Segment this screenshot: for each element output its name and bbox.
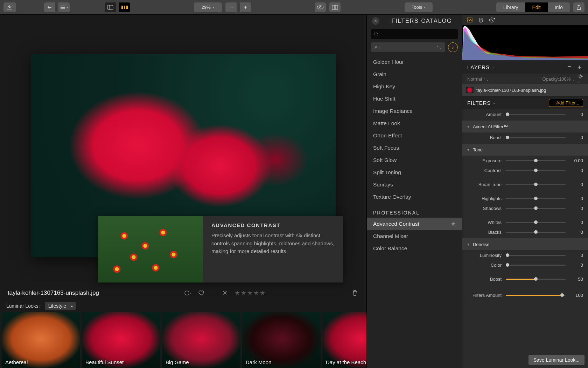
slider-whites[interactable]: Whites 0 (462, 217, 588, 227)
looks-category-dropdown[interactable]: Lifestyle (45, 302, 76, 310)
catalog-item[interactable]: Soft Focus (367, 142, 462, 154)
collapse-layer-button[interactable]: − (567, 63, 572, 71)
layer-settings-button[interactable]: ▾ (578, 74, 583, 84)
catalog-item[interactable]: Split Toning (367, 166, 462, 178)
filmstrip-toggle-button[interactable] (119, 2, 130, 12)
compare-button[interactable] (329, 2, 341, 12)
catalog-item[interactable]: Golden Hour (367, 56, 462, 68)
trash-icon (352, 290, 358, 296)
history-tab-button[interactable]: ▾ (489, 17, 495, 23)
export-button[interactable] (4, 2, 16, 12)
catalog-item[interactable]: Advanced Contrast★ (367, 218, 462, 230)
look-preset[interactable]: Beautiful Sunset (82, 312, 160, 368)
catalog-search-input[interactable] (371, 29, 458, 39)
svg-point-10 (374, 32, 378, 35)
slider-color[interactable]: Color 0 (462, 260, 588, 270)
layers-panel-header[interactable]: LAYERS⌄ −＋ (462, 60, 588, 74)
slider-track[interactable] (506, 184, 566, 185)
catalog-item[interactable]: Soft Glow (367, 154, 462, 166)
zoom-in-button[interactable]: + (240, 2, 251, 12)
slider-boost[interactable]: Boost 50 (462, 274, 588, 284)
catalog-category-dropdown[interactable]: All⌃⌄ (371, 42, 445, 52)
preview-button[interactable] (315, 2, 326, 12)
color-tag-button[interactable]: ▾ (184, 289, 192, 297)
close-catalog-button[interactable]: ✕ (372, 17, 379, 25)
catalog-item[interactable]: Image Radiance (367, 105, 462, 117)
filter-section-header[interactable]: ▼Tone (462, 144, 588, 156)
catalog-item[interactable]: Grain (367, 68, 462, 80)
histogram-tab-button[interactable] (467, 18, 473, 22)
undo-button[interactable] (44, 2, 55, 12)
catalog-info-button[interactable]: i (448, 42, 458, 52)
slider-filters amount[interactable]: Filters Amount 100 (462, 290, 588, 300)
slider-track[interactable] (506, 255, 566, 256)
layer-item[interactable]: tayla-kohler-1307163-unsplash.jpg (462, 84, 588, 96)
rating-stars[interactable]: ★★★★★ (234, 289, 266, 297)
save-look-button[interactable]: Save Luminar Look... (528, 355, 584, 365)
slider-track[interactable] (506, 114, 566, 115)
add-filter-button[interactable]: + Add Filter... (549, 99, 583, 107)
slider-contrast[interactable]: Contrast 0 (462, 165, 588, 175)
canvas[interactable]: ADVANCED CONTRAST Precisely adjusts tona… (0, 15, 366, 286)
slider-track[interactable] (506, 137, 566, 138)
slider-track[interactable] (506, 295, 566, 296)
image-icon (467, 18, 472, 22)
catalog-item[interactable]: Color Balance (367, 242, 462, 254)
triangle-down-icon: ▼ (467, 125, 470, 129)
slider-shadows[interactable]: Shadows 0 (462, 203, 588, 213)
tab-library[interactable]: Library (496, 2, 525, 12)
catalog-item[interactable]: Hue Shift (367, 93, 462, 105)
catalog-item[interactable]: Orton Effect (367, 129, 462, 142)
slider-smart tone[interactable]: Smart Tone 0 (462, 179, 588, 189)
reject-button[interactable]: ✕ (221, 289, 229, 297)
zoom-out-button[interactable]: − (225, 2, 237, 12)
tools-dropdown[interactable]: Tools ▾ (405, 2, 433, 12)
file-name: tayla-kohler-1307163-unsplash.jpg (8, 289, 99, 297)
slider-luminosity[interactable]: Luminosity 0 (462, 250, 588, 260)
catalog-item[interactable]: Texture Overlay (367, 191, 462, 203)
filter-section-header[interactable]: ▼Accent AI Filter™ (462, 121, 588, 132)
catalog-item[interactable]: Matte Look (367, 117, 462, 129)
delete-button[interactable] (351, 289, 359, 297)
tab-info[interactable]: Info (548, 2, 570, 12)
share-button[interactable] (573, 2, 584, 12)
slider-amount[interactable]: Amount 0 (462, 109, 588, 119)
slider-track[interactable] (506, 222, 566, 223)
look-preset[interactable]: Aethereal (2, 312, 80, 368)
slider-track[interactable] (506, 232, 566, 233)
slider-track[interactable] (506, 265, 566, 266)
slider-value: 0 (569, 220, 583, 225)
slider-label: Highlights (467, 196, 506, 201)
look-preset[interactable]: Dark Moon (242, 312, 321, 368)
opacity-label: Opacity: (542, 76, 559, 82)
zoom-dropdown[interactable]: 29% ▾ (194, 2, 222, 12)
look-preset[interactable]: Big Game (162, 312, 240, 368)
look-preset[interactable]: Day at the Beach (322, 312, 366, 368)
slider-value: 0.00 (569, 158, 583, 163)
slider-track[interactable] (506, 198, 566, 199)
blend-mode-dropdown[interactable]: Normal ⌃⌄ (467, 76, 489, 82)
favorite-button[interactable] (197, 289, 205, 297)
slider-track[interactable] (506, 208, 566, 209)
slider-blacks[interactable]: Blacks 0 (462, 227, 588, 237)
triangle-down-icon: ▼ (467, 148, 470, 152)
opacity-dropdown[interactable]: 100% ⌄ (559, 76, 575, 82)
catalog-item[interactable]: High Key (367, 80, 462, 93)
slider-exposure[interactable]: Exposure 0.00 (462, 156, 588, 165)
slider-value: 0 (569, 168, 583, 173)
slider-track[interactable] (506, 160, 566, 161)
panel-toggle-button[interactable] (105, 2, 116, 12)
slider-boost[interactable]: Boost 0 (462, 132, 588, 142)
tooltip-title: ADVANCED CONTRAST (211, 222, 335, 228)
add-layer-button[interactable]: ＋ (576, 63, 583, 71)
history-button[interactable]: ▾ (58, 2, 70, 12)
filters-panel-header[interactable]: FILTERS⌄ + Add Filter... (462, 96, 588, 109)
catalog-item[interactable]: Channel Mixer (367, 230, 462, 242)
slider-highlights[interactable]: Highlights 0 (462, 193, 588, 203)
tab-edit[interactable]: Edit (525, 2, 548, 12)
filter-section-header[interactable]: ▼Denoise (462, 238, 588, 250)
layers-tab-button[interactable] (478, 17, 484, 23)
slider-track[interactable] (506, 170, 566, 171)
slider-track[interactable] (506, 279, 566, 280)
catalog-item[interactable]: Sunrays (367, 178, 462, 191)
